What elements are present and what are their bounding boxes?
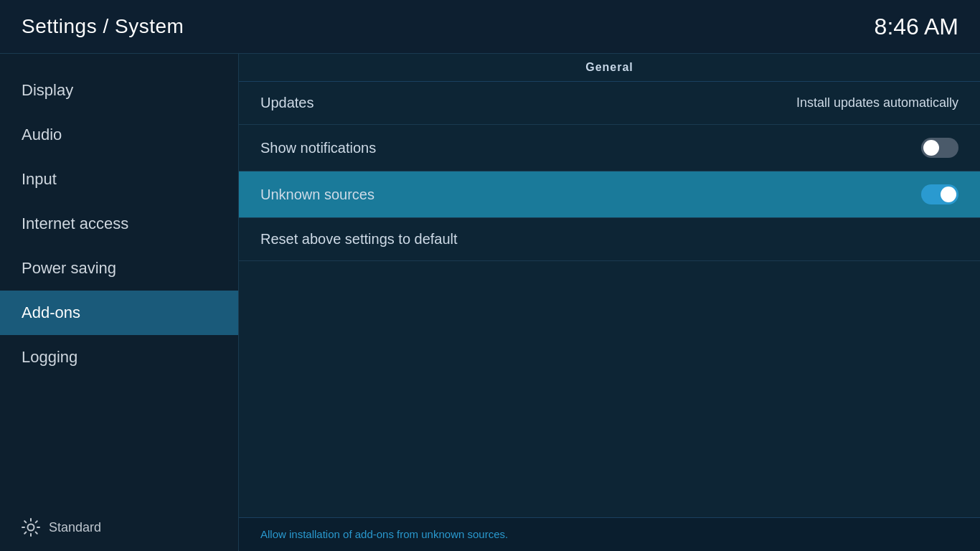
updates-label: Updates: [260, 95, 314, 111]
gear-icon: [22, 518, 40, 537]
unknown-sources-label: Unknown sources: [260, 187, 374, 203]
show-notifications-label: Show notifications: [260, 140, 376, 156]
unknown-sources-toggle[interactable]: [921, 184, 958, 204]
footer-description: Allow installation of add-ons from unkno…: [260, 528, 508, 540]
sidebar-item-add-ons[interactable]: Add-ons: [0, 291, 238, 335]
setting-row-reset[interactable]: Reset above settings to default: [239, 218, 980, 261]
sidebar-footer: Standard: [0, 504, 238, 551]
sidebar-item-power-saving[interactable]: Power saving: [0, 246, 238, 291]
sidebar-item-logging[interactable]: Logging: [0, 335, 238, 380]
page-title: Settings / System: [22, 15, 184, 38]
sidebar-item-display[interactable]: Display: [0, 68, 238, 113]
settings-list: Updates Install updates automatically Sh…: [239, 82, 980, 517]
standard-label: Standard: [49, 520, 101, 535]
section-header: General: [239, 54, 980, 82]
toggle-knob-on: [941, 187, 956, 202]
header: Settings / System 8:46 AM: [0, 0, 980, 54]
setting-row-show-notifications[interactable]: Show notifications: [239, 125, 980, 171]
setting-row-unknown-sources[interactable]: Unknown sources: [239, 171, 980, 218]
updates-value: Install updates automatically: [796, 95, 958, 110]
show-notifications-toggle[interactable]: [921, 138, 958, 158]
sidebar: Display Audio Input Internet access Powe…: [0, 54, 239, 551]
toggle-knob: [923, 140, 939, 156]
sidebar-item-internet-access[interactable]: Internet access: [0, 202, 238, 246]
svg-point-0: [28, 524, 34, 531]
setting-row-updates[interactable]: Updates Install updates automatically: [239, 82, 980, 125]
main-layout: Display Audio Input Internet access Powe…: [0, 54, 980, 551]
sidebar-item-audio[interactable]: Audio: [0, 113, 238, 157]
content-area: General Updates Install updates automati…: [239, 54, 980, 551]
sidebar-item-input[interactable]: Input: [0, 157, 238, 202]
reset-label: Reset above settings to default: [260, 231, 458, 248]
content-footer: Allow installation of add-ons from unkno…: [239, 517, 980, 551]
clock: 8:46 AM: [875, 14, 958, 40]
